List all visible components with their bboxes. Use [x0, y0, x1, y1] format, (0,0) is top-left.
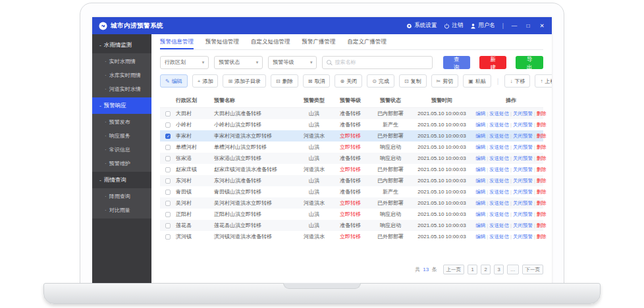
send-sms-link[interactable]: 发送短信	[489, 167, 509, 172]
delete-link[interactable]: 删除	[537, 234, 547, 240]
row-checkbox[interactable]	[165, 212, 171, 217]
delete-link[interactable]: 删除	[537, 111, 547, 116]
send-sms-link[interactable]: 发送短信	[489, 222, 509, 228]
edit-link[interactable]: 编辑	[475, 222, 485, 228]
sidebar-item-1-2[interactable]: ·常识信息	[92, 143, 151, 157]
toolbar-delete-button[interactable]: ⊟删除	[271, 74, 298, 88]
row-checkbox[interactable]	[165, 145, 171, 150]
edit-link[interactable]: 编辑	[475, 178, 485, 184]
delete-link[interactable]: 删除	[537, 167, 547, 172]
sidebar-item-2-1[interactable]: ·对比雨量	[92, 203, 151, 217]
edit-link[interactable]: 编辑	[475, 133, 485, 139]
row-checkbox[interactable]	[165, 111, 171, 116]
close-warning-link[interactable]: 关闭预警	[513, 155, 533, 161]
delete-link[interactable]: 删除	[537, 133, 547, 139]
close-warning-link[interactable]: 关闭预警	[513, 178, 533, 184]
maximize-button[interactable]: □	[525, 22, 531, 29]
row-checkbox[interactable]	[165, 190, 171, 195]
sidebar-item-1-1[interactable]: ·响应服务	[92, 129, 151, 143]
row-checkbox[interactable]	[165, 122, 171, 128]
toolbar-close-button[interactable]: ⊗关闭	[335, 74, 362, 88]
tab-0[interactable]: 预警信息管理	[160, 34, 194, 49]
delete-link[interactable]: 删除	[537, 222, 547, 228]
table-row[interactable]: 吴河村吴河村河道洪水立即转移河道洪水立即转移已外部部署2021.05.10 10…	[160, 197, 543, 209]
minimize-button[interactable]: —	[511, 22, 518, 29]
close-warning-link[interactable]: 关闭预警	[513, 144, 533, 150]
toolbar-paste-button[interactable]: ▣粘贴	[463, 74, 491, 88]
export-button[interactable]: 导出	[516, 56, 543, 69]
search-input[interactable]	[335, 59, 427, 65]
edit-link[interactable]: 编辑	[475, 200, 485, 206]
toolbar-complete-button[interactable]: ⊙完成	[367, 74, 394, 88]
close-warning-link[interactable]: 关闭预警	[513, 133, 533, 139]
row-checkbox[interactable]	[165, 201, 171, 206]
sidebar-group-2[interactable]: -雨情查询	[92, 172, 151, 188]
page-button-2[interactable]: 2	[481, 265, 491, 274]
toolbar-copy-button[interactable]: ⊡复制	[399, 74, 427, 88]
row-checkbox[interactable]	[165, 156, 171, 161]
delete-link[interactable]: 删除	[537, 211, 547, 217]
toolbar-move-down-button[interactable]: ↓下移	[504, 74, 530, 88]
table-row[interactable]: 东河村东河村山洪准备转移山洪准备转移已内部部署2021.05.10 10:00:…	[160, 175, 543, 186]
table-row[interactable]: 单槽河村单槽河村山洪立即转移山洪立即转移响应启动2021.05.10 10:00…	[160, 141, 543, 153]
toolbar-cut-button[interactable]: ✂剪切	[431, 74, 459, 88]
close-warning-link[interactable]: 关闭预警	[513, 167, 533, 172]
table-row[interactable]: 大田村大田村山洪准备转移山洪准备转移已内部部署2021.05.10 10:00:…	[160, 108, 543, 119]
tab-1[interactable]: 预警短信管理	[205, 34, 239, 49]
table-row[interactable]: 赵家庄镇赵家庄镇河道洪水准备转移河道洪水立即转移已外部部署2021.05.10 …	[160, 164, 543, 175]
table-row[interactable]: 李家村李家村河道洪水立即转移河道洪水立即转移已外部部署2021.05.10 10…	[160, 130, 543, 141]
edit-link[interactable]: 编辑	[475, 189, 485, 195]
close-warning-link[interactable]: 关闭预警	[513, 222, 533, 228]
table-row[interactable]: 青田镇青田镇山洪立即转移山洪准备转移新产生2021.05.10 10:00:03…	[160, 186, 543, 197]
region-filter-select[interactable]: 行政区划 ▾	[160, 56, 209, 69]
edit-link[interactable]: 编辑	[475, 155, 485, 161]
table-row[interactable]: 小岭村小岭村山洪立即转移山洪准备转移新产生2021.05.10 10:00:03…	[160, 119, 543, 130]
logout-button[interactable]: 注销	[444, 22, 463, 30]
send-sms-link[interactable]: 发送短信	[489, 178, 509, 184]
sidebar-item-2-0[interactable]: ·降雨查询	[92, 190, 151, 203]
toolbar-cancel-button[interactable]: ⊠取消	[303, 74, 331, 88]
sidebar-group-0[interactable]: -水雨情监测	[92, 37, 151, 53]
edit-link[interactable]: 编辑	[475, 234, 485, 240]
send-sms-link[interactable]: 发送短信	[489, 144, 509, 150]
tab-4[interactable]: 自定义广播管理	[348, 34, 387, 49]
search-box[interactable]	[322, 56, 432, 69]
sidebar-item-1-0[interactable]: ·预警发布	[92, 115, 151, 129]
send-sms-link[interactable]: 发送短信	[489, 111, 509, 116]
send-sms-link[interactable]: 发送短信	[489, 133, 509, 139]
page-button-3[interactable]: 3	[494, 265, 504, 274]
send-sms-link[interactable]: 发送短信	[489, 200, 509, 206]
query-button[interactable]: 查询	[443, 56, 470, 69]
table-row[interactable]: 正阳村正阳村山洪立即转移山洪立即转移响应启动2021.05.10 10:00:0…	[160, 209, 543, 220]
close-warning-link[interactable]: 关闭预警	[513, 189, 533, 195]
close-warning-link[interactable]: 关闭预警	[513, 211, 533, 217]
level-filter-select[interactable]: 预警等级 ▾	[268, 56, 317, 69]
close-warning-link[interactable]: 关闭预警	[513, 200, 533, 206]
delete-link[interactable]: 删除	[537, 178, 547, 184]
toolbar-add-button[interactable]: +添加	[192, 74, 219, 88]
delete-link[interactable]: 删除	[537, 200, 547, 206]
row-checkbox[interactable]	[165, 234, 171, 240]
delete-link[interactable]: 删除	[537, 144, 547, 150]
table-row[interactable]: 张家港张家港山洪立即转移山洪准备转移响应启动2021.05.10 10:00:0…	[160, 153, 543, 164]
delete-link[interactable]: 删除	[537, 189, 547, 195]
user-menu[interactable]: 用户名	[470, 22, 495, 30]
page-button-…[interactable]: …	[507, 265, 519, 274]
toolbar-edit-button[interactable]: ✎编辑	[160, 74, 188, 88]
sidebar-item-0-0[interactable]: ·实时水雨情	[92, 55, 151, 68]
tab-3[interactable]: 预警广播管理	[302, 34, 336, 49]
close-warning-link[interactable]: 关闭预警	[513, 122, 533, 128]
send-sms-link[interactable]: 发送短信	[489, 211, 509, 217]
table-row[interactable]: 莲花县莲花县山洪立即转移山洪准备转移响应启动2021.05.10 10:00:0…	[160, 220, 543, 231]
next-page-button[interactable]: 下一页	[522, 265, 544, 274]
sidebar-group-1[interactable]: -预警响应	[92, 97, 151, 114]
sidebar-item-0-2[interactable]: ·河道实时水情	[92, 82, 151, 96]
edit-link[interactable]: 编辑	[475, 144, 485, 150]
toolbar-add-subdir-button[interactable]: ⊞添加子目录	[223, 74, 266, 88]
send-sms-link[interactable]: 发送短信	[489, 234, 509, 240]
send-sms-link[interactable]: 发送短信	[489, 122, 509, 128]
row-checkbox[interactable]	[165, 178, 171, 184]
table-row[interactable]: 滨河镇滨河镇河道洪水准备转移河道洪水立即转移已外部部署2021.05.10 10…	[160, 231, 543, 242]
row-checkbox[interactable]	[165, 223, 171, 228]
delete-link[interactable]: 删除	[537, 155, 547, 161]
